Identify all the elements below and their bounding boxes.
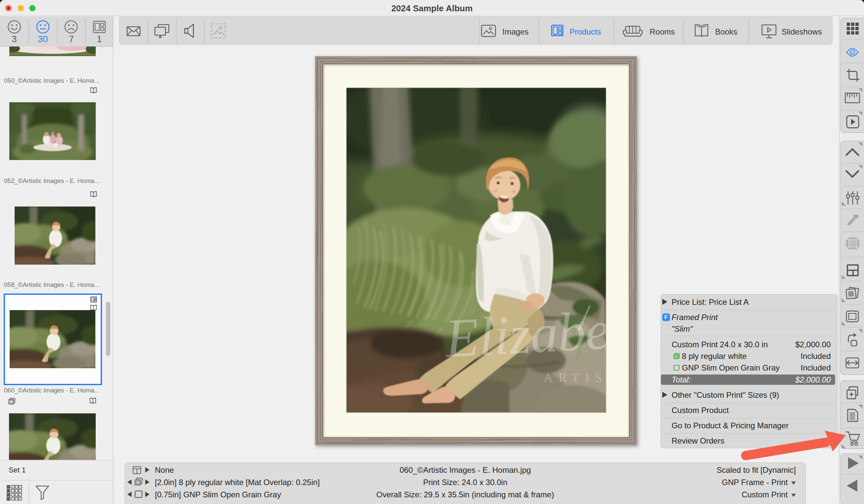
svg-text:ARTISTI: ARTISTI [544,370,606,384]
